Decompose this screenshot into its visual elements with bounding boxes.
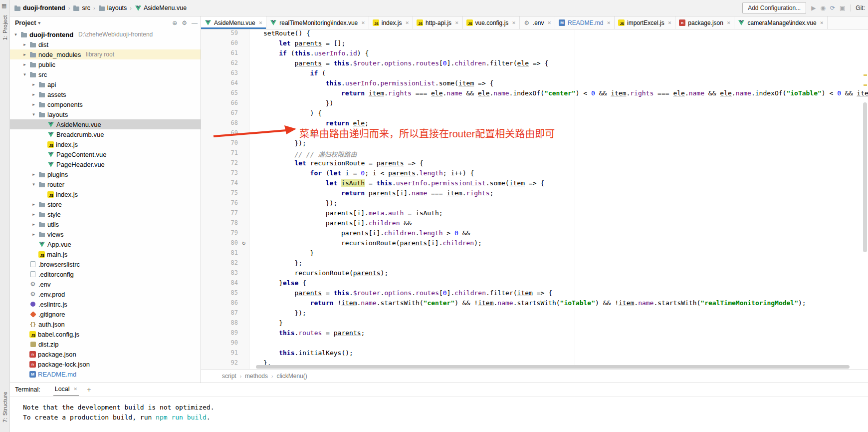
code-line[interactable]: 86return !item.name.startsWith("center")… (201, 299, 868, 309)
close-icon[interactable]: ✕ (727, 20, 731, 25)
new-terminal-button[interactable]: + (87, 386, 91, 394)
tree-row[interactable]: MREADME.md (10, 369, 201, 379)
code-line[interactable]: 82}; (201, 259, 868, 269)
chevron-collapsed-icon[interactable]: ▸ (31, 212, 36, 217)
close-icon[interactable]: ✕ (820, 20, 824, 25)
tree-row[interactable]: ▸style (10, 209, 201, 219)
tree-row[interactable]: {}auth.json (10, 319, 201, 329)
chevron-collapsed-icon[interactable]: ▸ (31, 92, 36, 97)
editor-tab[interactable]: JSindex.js✕ (369, 16, 413, 29)
chevron-collapsed-icon[interactable]: ▸ (22, 62, 27, 67)
code-line[interactable]: 61if (this.userInfo.id) { (201, 49, 868, 59)
tree-row[interactable]: ⚙.env (10, 279, 201, 289)
hide-icon[interactable]: — (192, 19, 198, 26)
code-line[interactable]: 85parents = this.$router.options.routes[… (201, 289, 868, 299)
code-line[interactable]: 64this.userInfo.permissionList.some(item… (201, 79, 868, 89)
code-line[interactable]: 91this.initialKeys(); (201, 349, 868, 359)
tree-row[interactable]: JSindex.js (10, 189, 201, 199)
tree-row[interactable]: .eslintrc.js (10, 299, 201, 309)
close-icon[interactable]: ✕ (74, 387, 78, 392)
code-line[interactable]: 66}) (201, 99, 868, 109)
code-line[interactable]: 74let isAuth = this.userInfo.permissionL… (201, 179, 868, 189)
git-branch-widget[interactable]: Git: (850, 4, 865, 11)
editor-tab[interactable]: JSimportExcel.js✕ (615, 16, 675, 29)
project-stripe-button[interactable]: 1: Project (0, 15, 10, 41)
tree-row[interactable]: ▸plugins (10, 169, 201, 179)
terminal-output[interactable]: Note that the development build is not o… (10, 397, 868, 423)
editor-tab[interactable]: ⚙.env✕ (520, 16, 555, 29)
code-line[interactable]: 71// // 递归权限路由 (201, 149, 868, 159)
code-line[interactable]: 76}); (201, 199, 868, 209)
tree-row[interactable]: ▸components (10, 99, 201, 109)
code-line[interactable]: 88} (201, 319, 868, 329)
settings-icon[interactable]: ⚙ (182, 19, 187, 26)
breadcrumb-item[interactable]: AsideMenu.vue (135, 4, 187, 11)
code-line[interactable]: 90 (201, 339, 868, 349)
chevron-collapsed-icon[interactable]: ▸ (22, 52, 27, 57)
editor-tab[interactable]: cameraManage\index.vue✕ (734, 16, 828, 29)
tree-row[interactable]: .gitignore (10, 309, 201, 319)
horizontal-scrollbar[interactable] (256, 365, 850, 369)
tree-row[interactable]: PageContent.vue (10, 149, 201, 159)
project-view-selector[interactable]: Project ▾ (15, 19, 40, 26)
code-line[interactable]: 83recursionRoute(parents); (201, 269, 868, 279)
close-icon[interactable]: ✕ (455, 20, 459, 25)
tree-row[interactable]: ▾src (10, 69, 201, 79)
warning-stripe-mark[interactable] (864, 74, 867, 76)
breadcrumb-item[interactable]: script (222, 373, 236, 380)
breadcrumb-item[interactable]: layouts (98, 4, 127, 11)
chevron-collapsed-icon[interactable]: ▸ (31, 102, 36, 107)
tree-row[interactable]: ▾router (10, 179, 201, 189)
tree-row[interactable]: AsideMenu.vue (10, 119, 201, 129)
close-icon[interactable]: ✕ (405, 20, 409, 25)
code-line[interactable]: 62parents = this.$router.options.routes[… (201, 59, 868, 69)
chevron-collapsed-icon[interactable]: ▸ (22, 42, 27, 47)
tree-row[interactable]: ▸store (10, 199, 201, 209)
tree-row[interactable]: .editorconfig (10, 269, 201, 279)
code-line[interactable]: 73for (let i = 0; i < parents.length; i+… (201, 169, 868, 179)
close-icon[interactable]: ✕ (607, 20, 611, 25)
tree-row[interactable]: Breadcrumb.vue (10, 129, 201, 139)
code-line[interactable]: 77parents[i].meta.auth = isAuth; (201, 209, 868, 219)
update-icon[interactable]: ⟳ (830, 4, 835, 11)
tree-row[interactable]: ▸public (10, 59, 201, 69)
code-line[interactable]: 68return ele; (201, 119, 868, 129)
editor-tab[interactable]: JSvue.config.js✕ (463, 16, 520, 29)
code-line[interactable]: 67) { (201, 109, 868, 119)
code-viewport[interactable]: 59setRoute() {60let parents = [];61if (t… (201, 29, 868, 369)
breadcrumb-item[interactable]: clickMenu() (276, 373, 307, 380)
code-line[interactable]: 87}); (201, 309, 868, 319)
warning-stripe-mark[interactable] (864, 84, 867, 86)
code-line[interactable]: 79parents[i].children.length > 0 && (201, 229, 868, 239)
tree-row[interactable]: .browserslistrc (10, 259, 201, 269)
scrollbar-thumb[interactable] (863, 102, 867, 252)
chevron-collapsed-icon[interactable]: ▸ (31, 232, 36, 237)
code-line[interactable]: 80↻recursionRoute(parents[i].children); (201, 239, 868, 249)
code-line[interactable]: 81} (201, 249, 868, 259)
run-icon[interactable]: ▶ (811, 4, 816, 11)
chevron-collapsed-icon[interactable]: ▸ (31, 222, 36, 227)
editor-tab[interactable]: npackage.json✕ (675, 16, 734, 29)
tree-row[interactable]: ⚙.env.prod (10, 289, 201, 299)
chevron-collapsed-icon[interactable]: ▸ (31, 202, 36, 207)
tree-row[interactable]: JSindex.js (10, 139, 201, 149)
stop-icon[interactable]: ▣ (840, 4, 845, 11)
code-line[interactable]: 63if ( (201, 69, 868, 79)
code-line[interactable]: 72let recursionRoute = parents => { (201, 159, 868, 169)
chevron-expanded-icon[interactable]: ▾ (31, 112, 36, 117)
chevron-collapsed-icon[interactable]: ▸ (31, 172, 36, 177)
close-icon[interactable]: ✕ (548, 20, 552, 25)
tree-row[interactable]: ▸dist (10, 39, 201, 49)
tree-row[interactable]: ▾layouts (10, 109, 201, 119)
tool-windows-grid-icon[interactable]: ▦ (1, 2, 6, 9)
tree-row[interactable]: ▸node_moduleslibrary root (10, 49, 201, 59)
breadcrumb-item[interactable]: methods (245, 373, 268, 380)
terminal-tab-local[interactable]: Local ✕ (53, 383, 79, 396)
code-line[interactable]: 60let parents = []; (201, 39, 868, 49)
breadcrumb-item[interactable]: duoji-frontend (14, 4, 65, 11)
tree-row[interactable]: PageHeader.vue (10, 159, 201, 169)
tree-row[interactable]: App.vue (10, 239, 201, 249)
code-line[interactable]: 70}); (201, 139, 868, 149)
editor-tab[interactable]: AsideMenu.vue✕ (201, 16, 266, 29)
editor-tab[interactable]: realTimeMonitoring\index.vue✕ (266, 16, 369, 29)
